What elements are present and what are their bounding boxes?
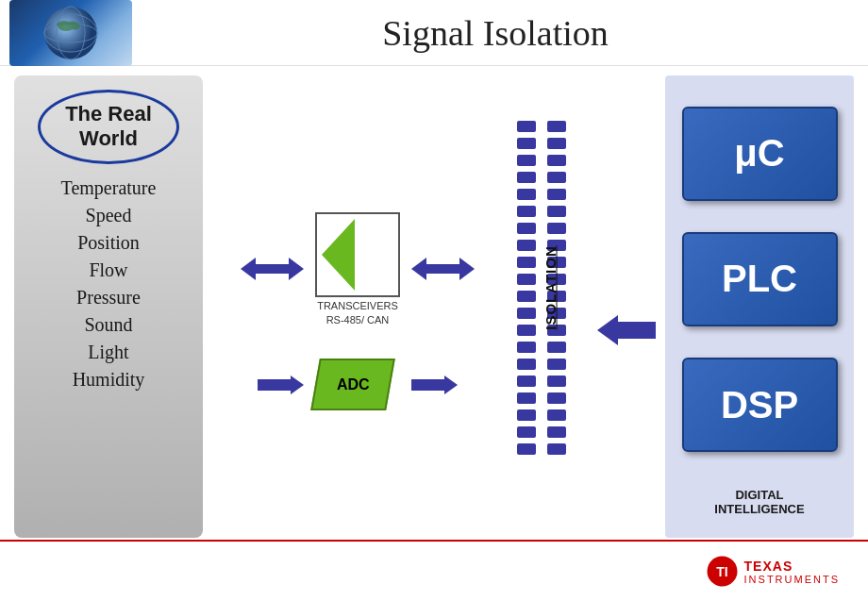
isolation-label: ISOLATION (542, 245, 559, 330)
arrow-body (256, 264, 289, 274)
bar-seg (547, 342, 566, 353)
isolation-column: ISOLATION (517, 113, 583, 462)
bar-seg (517, 291, 536, 302)
bar-seg (517, 223, 536, 234)
transceiver-box (315, 212, 400, 297)
transceiver-label2: RS-485/ CAN (326, 314, 390, 326)
list-item: Flow (89, 259, 127, 281)
bar-seg (547, 223, 566, 234)
digital-intelligence-label: DIGITAL INTELLIGENCE (714, 488, 804, 516)
bar-seg (517, 308, 536, 319)
bar-seg (517, 155, 536, 166)
bar-seg (547, 155, 566, 166)
ti-text: TEXAS INSTRUMENTS (744, 559, 840, 585)
adc-arrow-body2 (411, 379, 444, 391)
left-panel: The Real World Temperature Speed Positio… (14, 75, 203, 538)
page-title: Signal Isolation (132, 12, 859, 54)
isolation-to-right-arrow (597, 315, 656, 345)
ti-texas: TEXAS (744, 559, 793, 574)
bar-seg (547, 121, 566, 132)
double-arrow-left (241, 258, 304, 280)
svg-text:TI: TI (716, 564, 727, 579)
transceiver-section: TRANSCEIVERS RS-485/ CAN (315, 212, 400, 326)
bar-seg (517, 240, 536, 251)
list-item: Position (77, 232, 140, 254)
adc-label: ADC (337, 376, 370, 393)
bar-seg (517, 257, 536, 268)
bar-seg (547, 443, 566, 455)
bar-seg (517, 189, 536, 200)
bar-seg (517, 274, 536, 285)
arrow-head-right2 (459, 258, 475, 280)
arrow-head-left (241, 258, 256, 280)
list-item: Sound (84, 314, 132, 336)
big-arrow-head (597, 315, 618, 345)
bar-seg (517, 342, 536, 353)
bar-seg (517, 392, 536, 404)
list-item: Speed (86, 205, 132, 226)
diagram-area: TRANSCEIVERS RS-485/ CAN ADC (208, 75, 508, 538)
dsp-label: DSP (721, 384, 798, 426)
bar-seg (547, 426, 566, 438)
triangle-down-right (322, 255, 355, 291)
double-arrow-right (411, 258, 475, 280)
plc-label: PLC (722, 258, 797, 300)
content-wrapper: The Real World Temperature Speed Positio… (0, 66, 868, 547)
bar-seg (547, 206, 566, 217)
transceiver-label1: TRANSCEIVERS (317, 300, 398, 311)
big-arrow (597, 315, 656, 345)
list-item: Temperature (61, 177, 157, 199)
ti-logo: TI TEXAS INSTRUMENTS (706, 555, 840, 588)
list-item: Light (88, 342, 128, 363)
arrow-head-left2 (411, 258, 426, 280)
adc-arrow-out (411, 376, 458, 394)
adc-arrow-in (258, 376, 304, 394)
bar-seg (547, 138, 566, 149)
top-bar: Signal Isolation (0, 0, 868, 66)
bar-seg (547, 376, 566, 387)
adc-box: ADC (310, 359, 395, 410)
adc-row: ADC (258, 359, 458, 410)
arrow-body2 (426, 264, 459, 274)
list-item: Pressure (76, 287, 141, 309)
di-label-text: DIGITAL INTELLIGENCE (714, 488, 804, 516)
footer: TI TEXAS INSTRUMENTS (0, 540, 868, 601)
dsp-block: DSP (682, 358, 838, 452)
triangle-up-right (322, 219, 355, 255)
globe-icon (9, 0, 132, 66)
adc-arrow-head2 (444, 376, 458, 394)
bar-seg (517, 409, 536, 421)
bar-seg (517, 121, 536, 132)
uc-block: μC (682, 107, 838, 201)
bar-seg (517, 172, 536, 183)
bar-seg (517, 359, 536, 370)
bar-seg (547, 392, 566, 404)
bar-seg (517, 426, 536, 438)
big-arrow-body (618, 322, 656, 339)
bar-seg (517, 376, 536, 387)
adc-arrow-body (258, 379, 291, 391)
bar-seg (547, 172, 566, 183)
ti-instruments: INSTRUMENTS (744, 574, 840, 585)
triangle-up-left (360, 219, 393, 255)
list-item: Humidity (73, 369, 145, 391)
transceiver-row: TRANSCEIVERS RS-485/ CAN (241, 212, 475, 326)
bar-seg (517, 443, 536, 455)
bar-seg (517, 325, 536, 336)
arrow-head-right (289, 258, 304, 280)
bar-seg (547, 409, 566, 421)
bar-seg (517, 138, 536, 149)
bar-seg (547, 359, 566, 370)
plc-block: PLC (682, 232, 838, 326)
barrier-col-left (517, 113, 538, 462)
right-panel: μC PLC DSP DIGITAL INTELLIGENCE (665, 75, 854, 538)
bar-seg (547, 189, 566, 200)
uc-label: μC (734, 132, 784, 175)
bar-seg (517, 206, 536, 217)
ti-icon-svg: TI (706, 555, 739, 588)
adc-arrow-head (291, 376, 304, 394)
triangle-down-left (360, 255, 393, 291)
real-world-label: The Real World (38, 90, 179, 164)
